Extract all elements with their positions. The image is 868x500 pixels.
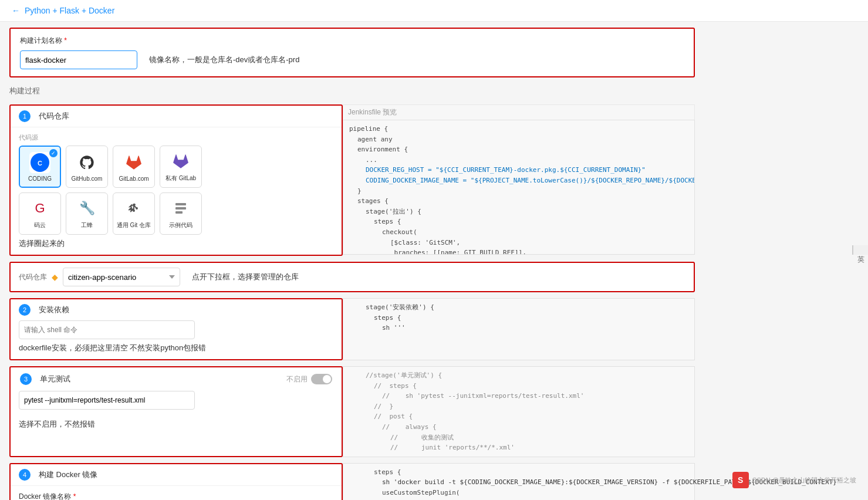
back-button[interactable]: ← [12,6,20,15]
svg-rect-2 [175,203,186,205]
step4-row: 4 构建 Docker 镜像 Docker 镜像名称 * 和上面的构建计划名称一… [9,463,695,500]
private-gitlab-label: 私有 GitLab [166,174,196,183]
gongcheng-icon: 🔧 [76,198,97,219]
step2-annotation: dockerfile安装，必须把这里清空 不然安装python包报错 [19,343,333,353]
code-line: steps { [349,217,688,227]
source-row2: G 码云 🔧 工蜂 [19,192,333,235]
shell-input[interactable] [19,320,195,339]
code-line: ... [349,155,688,165]
github-icon [76,152,97,173]
source-coding[interactable]: ✓ C CODING [19,146,61,188]
code-line: agent any [349,134,688,145]
repo-dropdown[interactable]: citizen-app-scenario [63,268,180,286]
source-git-repo[interactable]: 通用 Git 仓库 [113,192,155,235]
csdn-badge: S CSDN @愚昧之山绝望之谷开悟之坡 [732,472,856,488]
code-line: checkout( [349,227,688,238]
disabled-toggle[interactable]: 不启用 [286,374,332,384]
step3-row: 3 单元测试 不启用 选择不启用，不然报错 //stage('单元测试') { … [9,366,695,457]
page-title: Python + Flask + Docker [25,6,114,15]
step4-num: 4 [19,469,31,481]
source-label: 代码源 [19,133,333,142]
docker-image-label: Docker 镜像名称 * [19,492,333,500]
step2-title: 安装依赖 [39,305,69,315]
muyun-label: 码云 [34,221,46,229]
watermark-text: CSDN @愚昧之山绝望之谷开悟之坡 [752,476,856,485]
step2-code: stage('安装依赖') { steps { sh ''' [343,298,695,360]
source-github[interactable]: GitHub.com [66,146,108,188]
example-label: 示例代码 [169,221,192,229]
page-wrapper: ← Python + Flask + Docker 构建计划名称 * 镜像名称，… [0,0,868,500]
top-bar: ← Python + Flask + Docker [0,0,868,22]
code-line: DOCKER_REG_HOST = "${CCI_CURRENT_TEAM}-d… [349,165,688,175]
build-process-label: 构建过程 [9,83,695,99]
source-example[interactable]: 示例代码 [160,192,202,235]
pytest-input[interactable] [19,391,195,410]
svg-rect-3 [175,207,186,210]
plan-name-hint: 镜像名称，一般是仓库名-dev或者仓库名-prd [149,55,299,65]
git-repo-icon [123,198,144,219]
repo-icon: ◆ [52,272,58,282]
plan-name-row: 镜像名称，一般是仓库名-dev或者仓库名-prd [20,50,684,69]
step3-section: 3 单元测试 不启用 选择不启用，不然报错 [9,366,343,457]
csdn-logo: S [732,472,749,488]
step3-content: 选择不启用，不然报错 [11,391,342,435]
toggle-switch[interactable] [311,374,332,384]
code-line: CODING_DOCKER_IMAGE_NAME = "${PROJECT_NA… [349,175,688,186]
coding-check: ✓ [49,149,58,157]
private-gitlab-icon [170,151,191,172]
step4-content: Docker 镜像名称 * 和上面的构建计划名称一致即可 Dockerfile … [11,486,342,500]
coding-label: CODING [28,175,52,182]
step3-title: 单元测试 [40,374,70,384]
plan-name-input[interactable] [20,50,137,69]
svg-text:C: C [38,160,42,167]
gitlab-icon [123,152,144,173]
code-line: branches: [[name: GIT_BUILD_REF]], [349,248,688,255]
step4-header: 4 构建 Docker 镜像 [11,464,342,486]
source-gitlab[interactable]: GitLab.com [113,146,155,188]
step1-content: 代码源 ✓ C CODING [11,127,342,255]
side-label: 英 [852,245,868,255]
build-plan-section: 构建计划名称 * 镜像名称，一般是仓库名-dev或者仓库名-prd [9,28,695,77]
toggle-label: 不启用 [286,374,308,384]
git-repo-label: 通用 Git 仓库 [117,221,151,229]
step3-header: 3 单元测试 不启用 [11,367,342,391]
muyun-icon: G [29,198,50,219]
step1-num: 1 [19,110,31,122]
page-body: 构建计划名称 * 镜像名称，一般是仓库名-dev或者仓库名-prd 构建过程 1… [0,22,704,500]
step4-code: steps { sh 'docker build -t ${CODING_DOC… [343,463,695,500]
step3-num: 3 [20,373,32,385]
required-star: * [64,36,67,45]
step3-title-row: 3 单元测试 [20,373,70,385]
coding-icon: C [29,152,50,173]
step1-section: 1 代码仓库 代码源 ✓ C [9,104,343,256]
build-plan-label: 构建计划名称 * [20,36,684,46]
code-line: stages { [349,196,688,207]
example-icon [170,198,191,219]
step2-content: dockerfile安装，必须把这里清空 不然安装python包报错 [11,320,342,359]
step4-title: 构建 Docker 镜像 [39,469,97,480]
source-private-gitlab[interactable]: 私有 GitLab [160,146,202,188]
step3-code: //stage('单元测试') { // steps { // sh 'pyte… [343,366,695,457]
svg-rect-4 [175,211,183,214]
repo-annotation: 点开下拉框，选择要管理的仓库 [192,272,299,282]
jenkinsfile-panel: Jenkinsfile 预览 pipeline { agent any envi… [343,104,695,256]
repo-label: 代码仓库 [19,272,47,282]
step3-annotation: 选择不启用，不然报错 [19,419,333,430]
source-row1: ✓ C CODING [19,146,333,188]
step4-section: 4 构建 Docker 镜像 Docker 镜像名称 * 和上面的构建计划名称一… [9,463,343,500]
step2-num: 2 [19,304,31,316]
code-line: [$class: 'GitSCM', [349,238,688,248]
repo-selector-section: 代码仓库 ◆ citizen-app-scenario 点开下拉框，选择要管理的… [9,262,695,292]
code-line: environment { [349,144,688,155]
source-gongcheng[interactable]: 🔧 工蜂 [66,192,108,235]
source-muyun[interactable]: G 码云 [19,192,61,235]
gitlab-label: GitLab.com [119,175,148,182]
jenkinsfile-title: Jenkinsfile 预览 [343,104,695,120]
gongcheng-label: 工蜂 [81,221,93,229]
step1-row: 1 代码仓库 代码源 ✓ C [9,104,695,256]
step2-section: 2 安装依赖 dockerfile安装，必须把这里清空 不然安装python包报… [9,298,343,360]
code-line: } [349,186,688,197]
step2-row: 2 安装依赖 dockerfile安装，必须把这里清空 不然安装python包报… [9,298,695,360]
step2-header: 2 安装依赖 [11,299,342,320]
step1-title: 代码仓库 [39,111,69,121]
